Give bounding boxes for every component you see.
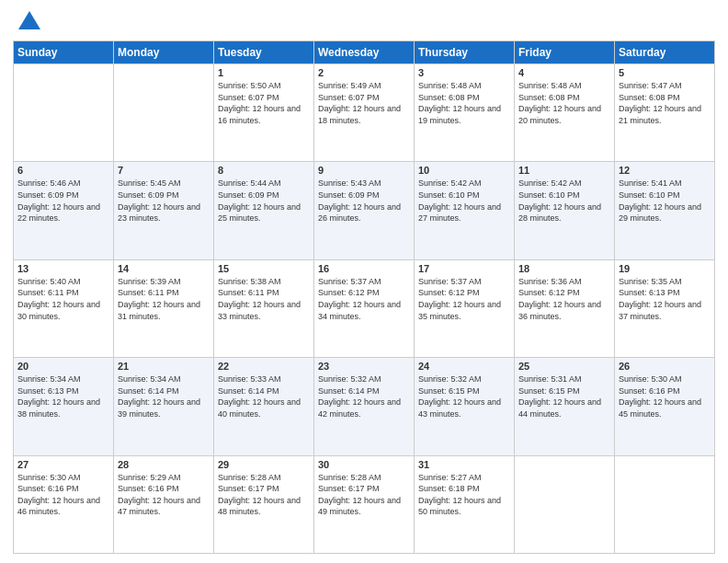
day-number: 18 bbox=[518, 263, 610, 274]
day-number: 19 bbox=[619, 263, 711, 274]
day-info: Sunrise: 5:32 AM Sunset: 6:14 PM Dayligh… bbox=[318, 373, 410, 419]
calendar-cell: 25Sunrise: 5:31 AM Sunset: 6:15 PM Dayli… bbox=[515, 358, 615, 455]
calendar-cell: 4Sunrise: 5:48 AM Sunset: 6:08 PM Daylig… bbox=[515, 64, 615, 162]
day-info: Sunrise: 5:29 AM Sunset: 6:16 PM Dayligh… bbox=[118, 472, 210, 518]
day-info: Sunrise: 5:34 AM Sunset: 6:14 PM Dayligh… bbox=[118, 373, 210, 419]
day-number: 24 bbox=[418, 361, 510, 372]
day-number: 5 bbox=[619, 67, 711, 78]
day-number: 26 bbox=[619, 361, 711, 372]
day-info: Sunrise: 5:49 AM Sunset: 6:07 PM Dayligh… bbox=[318, 80, 410, 126]
logo bbox=[13, 9, 42, 35]
week-row-5: 27Sunrise: 5:30 AM Sunset: 6:16 PM Dayli… bbox=[14, 455, 715, 553]
day-info: Sunrise: 5:44 AM Sunset: 6:09 PM Dayligh… bbox=[218, 178, 310, 224]
day-number: 8 bbox=[218, 165, 310, 176]
calendar-cell: 15Sunrise: 5:38 AM Sunset: 6:11 PM Dayli… bbox=[214, 259, 314, 357]
day-number: 28 bbox=[118, 459, 210, 470]
day-number: 17 bbox=[418, 263, 510, 274]
day-info: Sunrise: 5:50 AM Sunset: 6:07 PM Dayligh… bbox=[218, 80, 310, 126]
col-wednesday: Wednesday bbox=[314, 41, 415, 64]
col-thursday: Thursday bbox=[415, 41, 515, 64]
day-info: Sunrise: 5:48 AM Sunset: 6:08 PM Dayligh… bbox=[518, 80, 610, 126]
calendar-cell: 23Sunrise: 5:32 AM Sunset: 6:14 PM Dayli… bbox=[314, 358, 415, 455]
day-number: 22 bbox=[218, 361, 310, 372]
day-info: Sunrise: 5:31 AM Sunset: 6:15 PM Dayligh… bbox=[518, 373, 610, 419]
calendar-cell: 10Sunrise: 5:42 AM Sunset: 6:10 PM Dayli… bbox=[415, 162, 515, 259]
calendar-cell: 22Sunrise: 5:33 AM Sunset: 6:14 PM Dayli… bbox=[214, 358, 314, 455]
day-info: Sunrise: 5:33 AM Sunset: 6:14 PM Dayligh… bbox=[218, 373, 310, 419]
day-number: 25 bbox=[518, 361, 610, 372]
day-info: Sunrise: 5:48 AM Sunset: 6:08 PM Dayligh… bbox=[418, 80, 510, 126]
day-info: Sunrise: 5:38 AM Sunset: 6:11 PM Dayligh… bbox=[218, 276, 310, 322]
week-row-2: 6Sunrise: 5:46 AM Sunset: 6:09 PM Daylig… bbox=[14, 162, 715, 259]
week-row-3: 13Sunrise: 5:40 AM Sunset: 6:11 PM Dayli… bbox=[14, 259, 715, 357]
day-info: Sunrise: 5:27 AM Sunset: 6:18 PM Dayligh… bbox=[418, 472, 510, 518]
day-number: 2 bbox=[318, 67, 410, 78]
col-saturday: Saturday bbox=[615, 41, 715, 64]
calendar-header: Sunday Monday Tuesday Wednesday Thursday… bbox=[14, 41, 715, 64]
day-number: 12 bbox=[619, 165, 711, 176]
day-number: 4 bbox=[518, 67, 610, 78]
day-number: 1 bbox=[218, 67, 310, 78]
day-number: 30 bbox=[318, 459, 410, 470]
day-number: 23 bbox=[318, 361, 410, 372]
col-sunday: Sunday bbox=[14, 41, 114, 64]
calendar-cell bbox=[615, 455, 715, 553]
week-row-1: 1Sunrise: 5:50 AM Sunset: 6:07 PM Daylig… bbox=[14, 64, 715, 162]
day-number: 14 bbox=[118, 263, 210, 274]
calendar-body: 1Sunrise: 5:50 AM Sunset: 6:07 PM Daylig… bbox=[14, 64, 715, 554]
calendar-cell: 28Sunrise: 5:29 AM Sunset: 6:16 PM Dayli… bbox=[114, 455, 214, 553]
col-friday: Friday bbox=[515, 41, 615, 64]
calendar-cell: 18Sunrise: 5:36 AM Sunset: 6:12 PM Dayli… bbox=[515, 259, 615, 357]
week-row-4: 20Sunrise: 5:34 AM Sunset: 6:13 PM Dayli… bbox=[14, 358, 715, 455]
day-info: Sunrise: 5:34 AM Sunset: 6:13 PM Dayligh… bbox=[17, 373, 109, 419]
day-info: Sunrise: 5:42 AM Sunset: 6:10 PM Dayligh… bbox=[418, 178, 510, 224]
calendar-cell: 19Sunrise: 5:35 AM Sunset: 6:13 PM Dayli… bbox=[615, 259, 715, 357]
calendar-cell: 9Sunrise: 5:43 AM Sunset: 6:09 PM Daylig… bbox=[314, 162, 415, 259]
day-number: 20 bbox=[17, 361, 109, 372]
col-tuesday: Tuesday bbox=[214, 41, 314, 64]
day-number: 3 bbox=[418, 67, 510, 78]
calendar-cell bbox=[515, 455, 615, 553]
calendar-cell: 17Sunrise: 5:37 AM Sunset: 6:12 PM Dayli… bbox=[415, 259, 515, 357]
day-info: Sunrise: 5:35 AM Sunset: 6:13 PM Dayligh… bbox=[619, 276, 711, 322]
calendar-cell: 6Sunrise: 5:46 AM Sunset: 6:09 PM Daylig… bbox=[14, 162, 114, 259]
day-number: 29 bbox=[218, 459, 310, 470]
header-row: Sunday Monday Tuesday Wednesday Thursday… bbox=[14, 41, 715, 64]
calendar-cell: 29Sunrise: 5:28 AM Sunset: 6:17 PM Dayli… bbox=[214, 455, 314, 553]
calendar-cell: 7Sunrise: 5:45 AM Sunset: 6:09 PM Daylig… bbox=[114, 162, 214, 259]
calendar-cell: 30Sunrise: 5:28 AM Sunset: 6:17 PM Dayli… bbox=[314, 455, 415, 553]
calendar-cell: 31Sunrise: 5:27 AM Sunset: 6:18 PM Dayli… bbox=[415, 455, 515, 553]
calendar-cell: 13Sunrise: 5:40 AM Sunset: 6:11 PM Dayli… bbox=[14, 259, 114, 357]
day-number: 31 bbox=[418, 459, 510, 470]
calendar-cell: 2Sunrise: 5:49 AM Sunset: 6:07 PM Daylig… bbox=[314, 64, 415, 162]
day-info: Sunrise: 5:37 AM Sunset: 6:12 PM Dayligh… bbox=[318, 276, 410, 322]
calendar-cell: 12Sunrise: 5:41 AM Sunset: 6:10 PM Dayli… bbox=[615, 162, 715, 259]
day-info: Sunrise: 5:46 AM Sunset: 6:09 PM Dayligh… bbox=[17, 178, 109, 224]
calendar-cell: 1Sunrise: 5:50 AM Sunset: 6:07 PM Daylig… bbox=[214, 64, 314, 162]
day-number: 10 bbox=[418, 165, 510, 176]
day-info: Sunrise: 5:42 AM Sunset: 6:10 PM Dayligh… bbox=[518, 178, 610, 224]
col-monday: Monday bbox=[114, 41, 214, 64]
day-info: Sunrise: 5:47 AM Sunset: 6:08 PM Dayligh… bbox=[619, 80, 711, 126]
day-number: 9 bbox=[318, 165, 410, 176]
calendar-table: Sunday Monday Tuesday Wednesday Thursday… bbox=[13, 40, 715, 554]
calendar-cell: 5Sunrise: 5:47 AM Sunset: 6:08 PM Daylig… bbox=[615, 64, 715, 162]
calendar-cell bbox=[114, 64, 214, 162]
day-number: 21 bbox=[118, 361, 210, 372]
calendar-cell: 27Sunrise: 5:30 AM Sunset: 6:16 PM Dayli… bbox=[14, 455, 114, 553]
day-info: Sunrise: 5:45 AM Sunset: 6:09 PM Dayligh… bbox=[118, 178, 210, 224]
day-info: Sunrise: 5:30 AM Sunset: 6:16 PM Dayligh… bbox=[17, 472, 109, 518]
day-info: Sunrise: 5:37 AM Sunset: 6:12 PM Dayligh… bbox=[418, 276, 510, 322]
day-info: Sunrise: 5:39 AM Sunset: 6:11 PM Dayligh… bbox=[118, 276, 210, 322]
day-info: Sunrise: 5:36 AM Sunset: 6:12 PM Dayligh… bbox=[518, 276, 610, 322]
calendar-cell bbox=[14, 64, 114, 162]
day-info: Sunrise: 5:32 AM Sunset: 6:15 PM Dayligh… bbox=[418, 373, 510, 419]
calendar-cell: 14Sunrise: 5:39 AM Sunset: 6:11 PM Dayli… bbox=[114, 259, 214, 357]
day-number: 6 bbox=[17, 165, 109, 176]
header bbox=[13, 9, 715, 35]
day-info: Sunrise: 5:30 AM Sunset: 6:16 PM Dayligh… bbox=[619, 373, 711, 419]
day-info: Sunrise: 5:40 AM Sunset: 6:11 PM Dayligh… bbox=[17, 276, 109, 322]
calendar-cell: 20Sunrise: 5:34 AM Sunset: 6:13 PM Dayli… bbox=[14, 358, 114, 455]
calendar-cell: 16Sunrise: 5:37 AM Sunset: 6:12 PM Dayli… bbox=[314, 259, 415, 357]
day-info: Sunrise: 5:28 AM Sunset: 6:17 PM Dayligh… bbox=[218, 472, 310, 518]
